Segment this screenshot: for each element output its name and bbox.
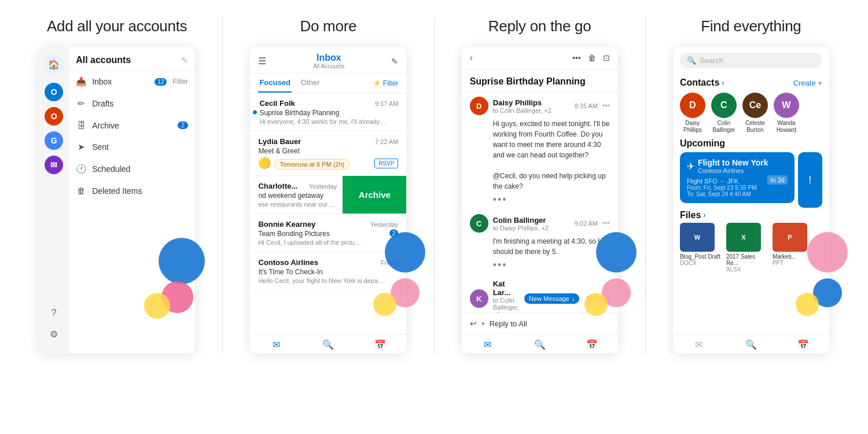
reply-dropdown-icon[interactable]: ▾: [481, 320, 485, 328]
nav-drafts[interactable]: ✏ Drafts: [69, 93, 195, 115]
search-bar[interactable]: 🔍 Search: [680, 53, 822, 68]
flight-card[interactable]: ✈ Flight to New York Contoso Airlines Fl…: [680, 152, 795, 203]
tab-focused[interactable]: Focused: [258, 73, 291, 93]
msg-more-0[interactable]: •••: [602, 102, 610, 110]
file-docx[interactable]: W Blog_Post Draft DOCX: [680, 223, 722, 273]
time-0: 9:17 AM: [375, 100, 398, 107]
contact-daisy[interactable]: D DaisyPhillips: [680, 93, 705, 134]
msg-header-1: C Colin Ballinger to Daisy Phillips, +2 …: [470, 214, 610, 233]
col3-bottom-search[interactable]: 🔍: [514, 339, 566, 350]
col4-bottom-search[interactable]: 🔍: [725, 339, 777, 350]
detail-header: ‹ ••• 🗑 ⊡: [462, 47, 618, 69]
upcoming-section: Upcoming ✈ Flight to New York Contoso Ai…: [673, 138, 829, 208]
archive-label: Archive: [92, 121, 172, 130]
tab-other[interactable]: Other: [300, 73, 321, 93]
nav-inbox[interactable]: 📥 Inbox 12 Filter: [69, 71, 195, 93]
flight-route: Flight SFO → JFK: [687, 178, 738, 185]
bottom-mail[interactable]: ✉: [250, 339, 302, 350]
event-label: Tomorrow at 6 PM (2h): [279, 161, 344, 168]
inbox-label: Inbox: [92, 77, 149, 86]
email-item-3[interactable]: Bonnie Kearney Yesterday Team Bonding Pi…: [250, 214, 406, 252]
inbox-icon: 📥: [76, 76, 86, 87]
features-container: Add all your accounts 🏠 O O G ✉ ? ⚙ All …: [12, 17, 856, 354]
account-outlook[interactable]: O: [45, 83, 63, 101]
sent-label: Sent: [92, 142, 188, 152]
msg-sender-0: Daisy Phillips: [493, 98, 570, 107]
nav-sent[interactable]: ➤ Sent: [69, 136, 195, 158]
msg-body-1: I'm finishing a meeting at 4:30, so I sh…: [470, 236, 610, 257]
second-card[interactable]: !: [798, 152, 822, 208]
col3-bottom-calendar[interactable]: 📅: [566, 339, 618, 350]
msg-to-0: to Colin Ballinger, +2: [493, 107, 570, 114]
col3-bottom-mail[interactable]: ✉: [462, 339, 514, 350]
col4-phone: 🔍 Search Contacts › Create + D DaisyPhil…: [673, 47, 829, 354]
sender-0: Cecil Folk: [259, 99, 295, 108]
contacts-chevron[interactable]: ›: [722, 79, 724, 87]
back-button[interactable]: ‹: [470, 53, 473, 63]
col3-bottom-nav: ✉ 🔍 📅: [462, 334, 618, 354]
inbox-filter: Filter: [172, 78, 188, 86]
more-icon[interactable]: •••: [572, 53, 581, 62]
col2-title: Do more: [300, 17, 357, 35]
archive-label: Archive: [359, 190, 391, 200]
filter-btn[interactable]: ⚡ Filter: [373, 79, 399, 87]
message-item-1: C Colin Ballinger to Daisy Phillips, +2 …: [470, 214, 610, 271]
msg-sender-1: Colin Ballinger: [493, 216, 570, 225]
email-item-4[interactable]: Contoso Airlines Friday It's Time To Che…: [250, 252, 406, 290]
account-gmail[interactable]: G: [45, 131, 63, 150]
inbox-title: Inbox: [313, 53, 344, 63]
bottom-search[interactable]: 🔍: [302, 339, 354, 350]
subject-4: It's Time To Check-In: [258, 268, 398, 276]
file-icon-xlsx: X: [726, 223, 761, 252]
compose-icon[interactable]: ✎: [391, 57, 398, 66]
time-2: Yesterday: [309, 183, 337, 190]
delete-icon[interactable]: 🗑: [588, 53, 596, 62]
subject-3: Team Bonding Pictures: [258, 230, 398, 238]
help-icon[interactable]: ?: [46, 305, 62, 321]
flight-to: To: Sat, Sept 24 4:40 AM: [687, 191, 788, 197]
feature-column-find: Find everything 🔍 Search Contacts › Crea…: [645, 17, 856, 354]
edit-icon[interactable]: ✎: [181, 56, 188, 65]
message-item-0: D Daisy Phillips to Colin Ballinger, +2 …: [470, 97, 610, 206]
contact-wanda[interactable]: W WandaHoward: [774, 93, 799, 134]
rsvp-button[interactable]: RSVP: [374, 159, 398, 168]
bottom-calendar[interactable]: 📅: [354, 339, 406, 350]
nav-scheduled[interactable]: 🕐 Scheduled: [69, 158, 195, 180]
search-icon: 🔍: [687, 56, 696, 65]
email-item-0[interactable]: Cecil Folk 9:17 AM Suprise Birthday Plan…: [250, 93, 406, 131]
email-item-2[interactable]: Charlotte... Yesterday nd weekend getawa…: [250, 176, 406, 214]
accounts-sidebar: 🏠 O O G ✉ ? ⚙: [39, 47, 69, 354]
file-name-docx: Blog_Post Draft: [680, 253, 722, 260]
contact-colin[interactable]: C ColinBallinger: [711, 93, 737, 134]
email-item-1[interactable]: Lydia Bauer 7:22 AM Meet & Greet 🟡 Tomor…: [250, 131, 406, 176]
email-detail-title: Suprise Birthday Planning: [462, 69, 618, 92]
archive-detail-icon[interactable]: ⊡: [603, 53, 610, 62]
col4-bottom-calendar[interactable]: 📅: [777, 339, 829, 350]
scheduled-label: Scheduled: [92, 164, 188, 174]
files-chevron[interactable]: ›: [703, 211, 705, 219]
contacts-row: D DaisyPhillips C ColinBallinger Ce Cele…: [673, 90, 829, 138]
file-ppt[interactable]: P Marketi... PPT: [773, 223, 814, 273]
contacts-section-header: Contacts › Create +: [673, 74, 829, 90]
account-office[interactable]: O: [45, 107, 63, 126]
file-xlsx[interactable]: X 2017 Sales Re... XLSX: [726, 223, 768, 273]
filter-lightning-icon: ⚡: [373, 79, 381, 87]
contacts-label: Contacts: [680, 78, 719, 88]
email-row1-1: Lydia Bauer 7:22 AM: [258, 137, 398, 146]
avatar-daisy: D: [680, 93, 705, 118]
archive-action[interactable]: Archive: [343, 176, 406, 214]
nav-deleted[interactable]: 🗑 Deleted Items: [69, 180, 195, 201]
msg-more-1[interactable]: •••: [602, 219, 610, 227]
create-button[interactable]: Create +: [793, 79, 822, 87]
contact-celeste[interactable]: Ce CelesteBurton: [742, 93, 768, 134]
col4-bottom-mail[interactable]: ✉: [673, 339, 725, 350]
col1-title: Add all your accounts: [47, 17, 187, 35]
col3-phone: ‹ ••• 🗑 ⊡ Suprise Birthday Planning D Da…: [462, 47, 618, 354]
home-icon[interactable]: 🏠: [43, 54, 64, 75]
hamburger-icon[interactable]: ☰: [258, 56, 266, 67]
nav-archive[interactable]: 🗄 Archive 2: [69, 115, 195, 136]
account-email[interactable]: ✉: [45, 156, 63, 174]
reply-text[interactable]: Reply to All: [490, 319, 527, 328]
settings-icon[interactable]: ⚙: [46, 326, 62, 342]
preview-2: ese restaurants near our hat do you thin…: [258, 201, 337, 208]
